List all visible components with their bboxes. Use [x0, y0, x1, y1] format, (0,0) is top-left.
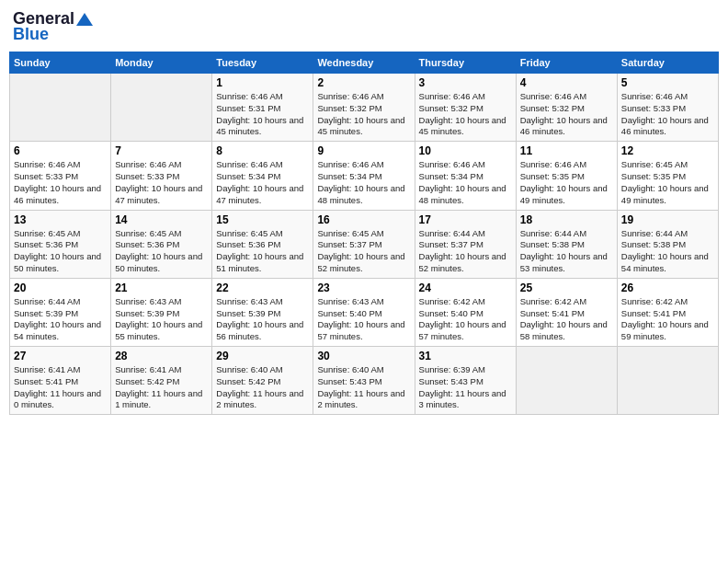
day-info: Sunrise: 6:46 AM Sunset: 5:32 PM Dayligh…: [317, 91, 410, 138]
day-number: 24: [419, 282, 512, 294]
calendar-day-cell: [516, 347, 617, 415]
day-number: 26: [621, 282, 714, 294]
day-info: Sunrise: 6:46 AM Sunset: 5:33 PM Dayligh…: [14, 159, 107, 206]
day-info: Sunrise: 6:45 AM Sunset: 5:36 PM Dayligh…: [14, 228, 107, 275]
day-number: 20: [14, 282, 107, 294]
day-info: Sunrise: 6:44 AM Sunset: 5:39 PM Dayligh…: [14, 296, 107, 343]
calendar-day-cell: 8Sunrise: 6:46 AM Sunset: 5:34 PM Daylig…: [212, 142, 313, 210]
calendar-week-row: 1Sunrise: 6:46 AM Sunset: 5:31 PM Daylig…: [10, 74, 719, 142]
day-info: Sunrise: 6:46 AM Sunset: 5:33 PM Dayligh…: [115, 159, 208, 206]
calendar-day-cell: 9Sunrise: 6:46 AM Sunset: 5:34 PM Daylig…: [313, 142, 415, 210]
calendar-day-cell: 2Sunrise: 6:46 AM Sunset: 5:32 PM Daylig…: [313, 74, 415, 142]
day-info: Sunrise: 6:42 AM Sunset: 5:40 PM Dayligh…: [419, 296, 512, 343]
calendar-day-cell: 10Sunrise: 6:46 AM Sunset: 5:34 PM Dayli…: [415, 142, 516, 210]
calendar-week-row: 20Sunrise: 6:44 AM Sunset: 5:39 PM Dayli…: [10, 278, 719, 346]
day-number: 29: [216, 350, 309, 362]
day-number: 4: [520, 76, 613, 89]
calendar-header: SundayMondayTuesdayWednesdayThursdayFrid…: [10, 52, 719, 74]
calendar-day-cell: 25Sunrise: 6:42 AM Sunset: 5:41 PM Dayli…: [516, 278, 617, 346]
day-number: 27: [14, 350, 107, 362]
calendar-day-cell: [617, 347, 718, 415]
day-of-week-header: Wednesday: [313, 52, 415, 74]
logo-blue-text: Blue: [13, 25, 49, 44]
calendar-day-cell: 1Sunrise: 6:46 AM Sunset: 5:31 PM Daylig…: [212, 74, 313, 142]
day-number: 17: [419, 213, 512, 226]
day-info: Sunrise: 6:45 AM Sunset: 5:36 PM Dayligh…: [115, 228, 208, 275]
calendar-day-cell: 29Sunrise: 6:40 AM Sunset: 5:42 PM Dayli…: [212, 347, 313, 415]
day-number: 2: [317, 76, 410, 89]
calendar-day-cell: 24Sunrise: 6:42 AM Sunset: 5:40 PM Dayli…: [415, 278, 516, 346]
day-info: Sunrise: 6:40 AM Sunset: 5:43 PM Dayligh…: [317, 364, 410, 411]
calendar-day-cell: 26Sunrise: 6:42 AM Sunset: 5:41 PM Dayli…: [617, 278, 718, 346]
day-info: Sunrise: 6:45 AM Sunset: 5:37 PM Dayligh…: [317, 228, 410, 275]
day-info: Sunrise: 6:46 AM Sunset: 5:34 PM Dayligh…: [216, 159, 309, 206]
day-info: Sunrise: 6:46 AM Sunset: 5:32 PM Dayligh…: [520, 91, 613, 138]
day-number: 11: [520, 144, 613, 157]
calendar-day-cell: 30Sunrise: 6:40 AM Sunset: 5:43 PM Dayli…: [313, 347, 415, 415]
calendar-day-cell: [10, 74, 111, 142]
calendar-day-cell: [111, 74, 212, 142]
day-info: Sunrise: 6:46 AM Sunset: 5:35 PM Dayligh…: [520, 159, 613, 206]
day-info: Sunrise: 6:40 AM Sunset: 5:42 PM Dayligh…: [216, 364, 309, 411]
calendar-day-cell: 21Sunrise: 6:43 AM Sunset: 5:39 PM Dayli…: [111, 278, 212, 346]
calendar-day-cell: 5Sunrise: 6:46 AM Sunset: 5:33 PM Daylig…: [617, 74, 718, 142]
day-number: 14: [115, 213, 208, 226]
day-info: Sunrise: 6:45 AM Sunset: 5:36 PM Dayligh…: [216, 228, 309, 275]
calendar-day-cell: 28Sunrise: 6:41 AM Sunset: 5:42 PM Dayli…: [111, 347, 212, 415]
day-info: Sunrise: 6:43 AM Sunset: 5:39 PM Dayligh…: [216, 296, 309, 343]
day-info: Sunrise: 6:43 AM Sunset: 5:39 PM Dayligh…: [115, 296, 208, 343]
day-number: 28: [115, 350, 208, 362]
calendar-body: 1Sunrise: 6:46 AM Sunset: 5:31 PM Daylig…: [10, 74, 719, 415]
calendar-week-row: 27Sunrise: 6:41 AM Sunset: 5:41 PM Dayli…: [10, 347, 719, 415]
svg-marker-0: [76, 13, 93, 26]
logo: General Blue: [13, 9, 93, 44]
day-number: 31: [419, 350, 512, 362]
day-info: Sunrise: 6:46 AM Sunset: 5:34 PM Dayligh…: [419, 159, 512, 206]
day-number: 19: [621, 213, 714, 226]
header-row: SundayMondayTuesdayWednesdayThursdayFrid…: [10, 52, 719, 74]
day-info: Sunrise: 6:43 AM Sunset: 5:40 PM Dayligh…: [317, 296, 410, 343]
day-info: Sunrise: 6:45 AM Sunset: 5:35 PM Dayligh…: [621, 159, 714, 206]
day-of-week-header: Saturday: [617, 52, 718, 74]
calendar-day-cell: 14Sunrise: 6:45 AM Sunset: 5:36 PM Dayli…: [111, 210, 212, 278]
day-number: 1: [216, 76, 309, 89]
day-number: 12: [621, 144, 714, 157]
calendar-day-cell: 31Sunrise: 6:39 AM Sunset: 5:43 PM Dayli…: [415, 347, 516, 415]
day-info: Sunrise: 6:39 AM Sunset: 5:43 PM Dayligh…: [419, 364, 512, 411]
day-of-week-header: Tuesday: [212, 52, 313, 74]
calendar-day-cell: 6Sunrise: 6:46 AM Sunset: 5:33 PM Daylig…: [10, 142, 111, 210]
calendar-week-row: 13Sunrise: 6:45 AM Sunset: 5:36 PM Dayli…: [10, 210, 719, 278]
calendar-day-cell: 18Sunrise: 6:44 AM Sunset: 5:38 PM Dayli…: [516, 210, 617, 278]
page-header: General Blue: [9, 9, 719, 44]
calendar-day-cell: 16Sunrise: 6:45 AM Sunset: 5:37 PM Dayli…: [313, 210, 415, 278]
day-info: Sunrise: 6:41 AM Sunset: 5:42 PM Dayligh…: [115, 364, 208, 411]
logo-icon: [76, 11, 93, 28]
calendar-day-cell: 3Sunrise: 6:46 AM Sunset: 5:32 PM Daylig…: [415, 74, 516, 142]
day-info: Sunrise: 6:46 AM Sunset: 5:32 PM Dayligh…: [419, 91, 512, 138]
day-of-week-header: Monday: [111, 52, 212, 74]
day-number: 23: [317, 282, 410, 294]
day-of-week-header: Sunday: [10, 52, 111, 74]
day-of-week-header: Friday: [516, 52, 617, 74]
day-number: 21: [115, 282, 208, 294]
calendar-day-cell: 17Sunrise: 6:44 AM Sunset: 5:37 PM Dayli…: [415, 210, 516, 278]
day-info: Sunrise: 6:46 AM Sunset: 5:33 PM Dayligh…: [621, 91, 714, 138]
day-info: Sunrise: 6:42 AM Sunset: 5:41 PM Dayligh…: [621, 296, 714, 343]
calendar-day-cell: 27Sunrise: 6:41 AM Sunset: 5:41 PM Dayli…: [10, 347, 111, 415]
calendar-day-cell: 20Sunrise: 6:44 AM Sunset: 5:39 PM Dayli…: [10, 278, 111, 346]
calendar-day-cell: 11Sunrise: 6:46 AM Sunset: 5:35 PM Dayli…: [516, 142, 617, 210]
day-info: Sunrise: 6:44 AM Sunset: 5:38 PM Dayligh…: [621, 228, 714, 275]
calendar-day-cell: 19Sunrise: 6:44 AM Sunset: 5:38 PM Dayli…: [617, 210, 718, 278]
day-info: Sunrise: 6:42 AM Sunset: 5:41 PM Dayligh…: [520, 296, 613, 343]
day-number: 18: [520, 213, 613, 226]
day-number: 30: [317, 350, 410, 362]
day-info: Sunrise: 6:46 AM Sunset: 5:31 PM Dayligh…: [216, 91, 309, 138]
day-number: 8: [216, 144, 309, 157]
day-number: 10: [419, 144, 512, 157]
day-number: 22: [216, 282, 309, 294]
day-number: 3: [419, 76, 512, 89]
day-number: 16: [317, 213, 410, 226]
calendar-day-cell: 12Sunrise: 6:45 AM Sunset: 5:35 PM Dayli…: [617, 142, 718, 210]
day-number: 13: [14, 213, 107, 226]
calendar-day-cell: 22Sunrise: 6:43 AM Sunset: 5:39 PM Dayli…: [212, 278, 313, 346]
